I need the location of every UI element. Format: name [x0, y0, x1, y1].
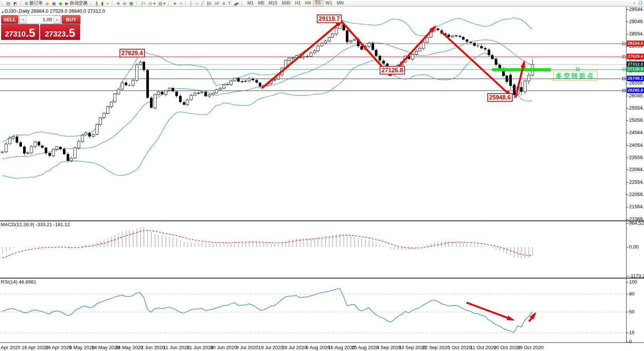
sell-price-main: 27310: [5, 29, 26, 39]
price-callout[interactable]: 27126.8: [380, 66, 405, 75]
buy-price-tile[interactable]: 27323.5: [40, 24, 80, 40]
new-chart-icon[interactable]: ▤: [5, 0, 12, 6]
timeframe-button-mn[interactable]: MN: [335, 0, 346, 6]
chart-profiles-icon[interactable]: ◩: [12, 0, 18, 6]
timeframe-button-m30[interactable]: M30: [280, 0, 293, 6]
date-tick-label: 11 Oct 2020: [470, 345, 496, 350]
date-tick-label: 26 Apr 2020: [45, 345, 71, 350]
horizontal-line-icon[interactable]: ─: [194, 0, 200, 6]
symbol-collapse-icon[interactable]: ▴: [2, 10, 4, 13]
date-tick-label: 19 Jul 2020: [258, 345, 283, 350]
vertical-line-icon[interactable]: │: [188, 0, 194, 6]
toolbar-separator: [168, 1, 170, 5]
new-chart-icon: ▤: [6, 0, 10, 6]
candlestick-chart-icon: ▮: [101, 0, 103, 6]
price-callout[interactable]: 29119.7: [317, 15, 342, 23]
zoom-in-icon[interactable]: ⊕: [115, 0, 121, 6]
equidistant-channel-icon[interactable]: ∥E: [205, 0, 213, 6]
note-label[interactable]: 多空转折点: [553, 71, 597, 81]
symbol-ohlc-text: DJ30-,Daily 26884.0 27529.0 26840.0 2731…: [5, 8, 105, 14]
bar-chart-icon[interactable]: ╫: [94, 0, 100, 6]
date-tick-label: 9 Jul 2020: [236, 345, 258, 350]
volume-input[interactable]: [26, 16, 54, 23]
toolbar-separator: [112, 1, 114, 5]
price-tick-label: 25059.0: [629, 118, 644, 123]
new-order-button: ⊞: [25, 0, 28, 6]
date-tick-label: 16 Apr 2020: [22, 345, 48, 350]
symbol-header: ▴DJ30-,Daily 26884.0 27529.0 26840.0 273…: [2, 8, 105, 14]
price-tick-label: 22554.0: [629, 180, 644, 185]
timeframe-button-h1[interactable]: H1: [293, 0, 303, 6]
indicators-icon[interactable]: ƒ+: [140, 0, 147, 6]
zoom-out-icon: ⊖: [123, 0, 126, 6]
expert-advisors-icon[interactable]: ◆: [44, 0, 50, 6]
toolbar-separator: [1, 1, 4, 5]
timeframe-button-m15[interactable]: M15: [267, 0, 280, 6]
alerts-icon[interactable]: ◉: [57, 0, 64, 6]
horizontal-line-icon: ─: [195, 0, 198, 6]
buy-price-main: 27323: [45, 29, 66, 39]
macd-tick-label: 964.52: [629, 221, 644, 226]
zoom-out-icon[interactable]: ⊖: [121, 0, 128, 6]
date-tick-label: 29 Oct 2020: [517, 345, 543, 350]
toolbar-separator: [90, 1, 93, 5]
main-toolbar: ▤◩⊞新订单◆▣◉▶自动交易╫▮≈⊕⊖▦ƒ+◴ ▾▧ ▾➤+│─╱∥E≡FAT◢…: [0, 0, 644, 7]
date-tick-label: 22 Sep 2020: [422, 345, 450, 350]
vertical-line-icon: │: [190, 0, 192, 6]
macd-tick-label: -1173.22: [629, 273, 644, 279]
templates-dropdown[interactable]: ▧ ▾: [157, 0, 167, 6]
sell-button[interactable]: SELL: [1, 15, 18, 24]
timeframe-button-m1[interactable]: M1: [245, 0, 256, 6]
date-tick-label: 11 Jun 2020: [163, 345, 189, 350]
text-icon: A: [222, 0, 225, 6]
price-callout[interactable]: 25948.6: [487, 93, 513, 102]
candlestick-chart-icon[interactable]: ▮: [100, 0, 105, 6]
periods-dropdown: ◴ ▾: [149, 0, 155, 6]
fibonacci-icon[interactable]: ≡F: [213, 0, 221, 6]
zoom-in-icon: ⊕: [117, 0, 120, 6]
shapes-dropdown[interactable]: ◢▾: [232, 0, 240, 6]
date-tick-label: 3 Sep 2020: [376, 345, 401, 350]
price-tick-label: 28554.0: [629, 31, 644, 37]
price-level-badge: 26265.8: [627, 88, 644, 93]
price-level-badge: 26749.2: [627, 76, 644, 81]
line-chart-icon: ≈: [106, 0, 109, 6]
shapes-dropdown: ◢▾: [233, 0, 239, 6]
timeframe-button-m5[interactable]: M5: [256, 0, 267, 6]
timeframe-button-w1[interactable]: W1: [323, 0, 335, 6]
date-tick-label: 30 Jun 2020: [210, 345, 237, 350]
periods-dropdown[interactable]: ◴ ▾: [147, 0, 157, 6]
toolbar-separator: [242, 1, 244, 5]
timeframe-button-h4[interactable]: H4: [303, 0, 313, 6]
one-click-trading-panel: SELL ▼ ▲ BUY 27310.5 27323.5: [1, 15, 80, 40]
timeframe-button-d1[interactable]: D1: [313, 0, 323, 6]
price-callout[interactable]: 27629.4: [119, 49, 145, 57]
text-icon[interactable]: A: [221, 0, 226, 6]
volume-decrease-button[interactable]: ▼: [19, 16, 26, 23]
search-icon[interactable]: ⌕: [633, 0, 635, 5]
rsi-indicator-label: RSI(14) 46.8981: [1, 279, 36, 285]
volume-increase-button[interactable]: ▲: [54, 16, 61, 23]
chart-canvas[interactable]: [0, 0, 644, 351]
trendline-icon[interactable]: ╱: [200, 0, 205, 6]
date-tick-label: 20 Oct 2020: [494, 345, 520, 350]
buy-button[interactable]: BUY: [62, 15, 80, 24]
text-label-icon[interactable]: T: [227, 0, 232, 6]
cursor-icon[interactable]: ➤: [172, 0, 178, 6]
price-tick-label: 26559.0: [629, 80, 644, 86]
macd-tick-label: 0.00: [629, 244, 638, 250]
tile-windows-icon: ▦: [129, 0, 133, 6]
price-tick-label: 25554.0: [629, 105, 644, 111]
volume-box: ▼ ▲: [19, 15, 61, 24]
terminal-icon[interactable]: ▣: [51, 0, 57, 6]
autotrading-button[interactable]: ▶自动交易: [64, 0, 89, 6]
chat-icon[interactable]: ❏: [638, 0, 642, 5]
crosshair-icon[interactable]: +: [178, 0, 184, 6]
line-chart-icon[interactable]: ≈: [105, 0, 110, 6]
toolbar-separator: [136, 1, 138, 5]
bar-chart-icon: ╫: [95, 0, 98, 6]
sell-price-tile[interactable]: 27310.5: [1, 24, 39, 40]
tile-windows-icon[interactable]: ▦: [128, 0, 134, 6]
new-order-button[interactable]: ⊞新订单: [23, 0, 44, 6]
crosshair-icon: +: [180, 0, 182, 6]
